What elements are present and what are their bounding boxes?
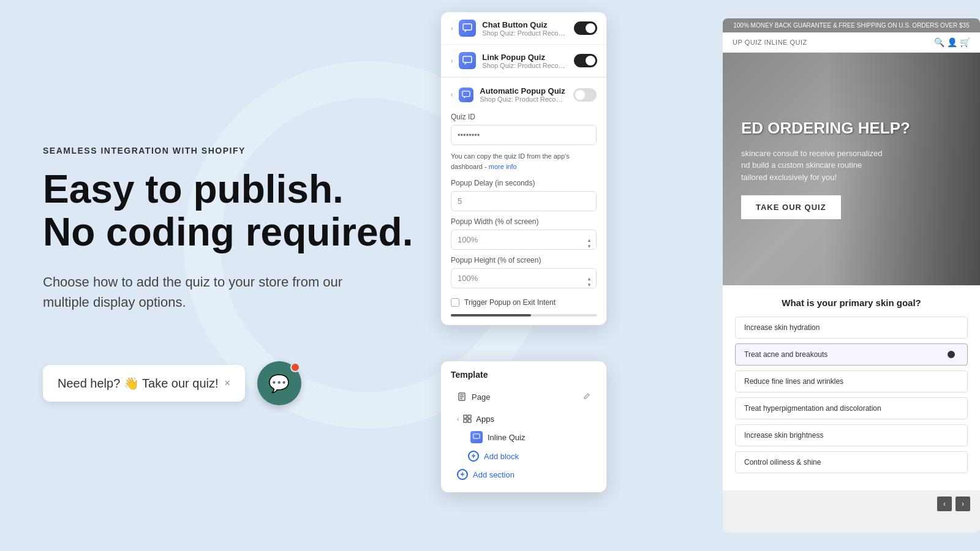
apps-section: ‹ Apps Inline Quiz + Add block [451, 410, 597, 465]
chat-quiz-chevron[interactable]: › [451, 25, 453, 32]
chat-launcher-icon: 💬 [268, 373, 290, 394]
popup-height-input[interactable] [451, 268, 597, 288]
subtitle: SEAMLESS INTEGRATION WITH SHOPIFY [43, 146, 459, 156]
editor-progress-bar [451, 314, 531, 317]
popup-delay-input[interactable] [451, 191, 597, 211]
popup-quiz-sub: Shop Quiz: Product Recom... [480, 96, 565, 103]
chat-quiz-icon [459, 20, 476, 37]
inline-quiz-label: Inline Quiz [488, 433, 525, 442]
page-label: Page [472, 392, 578, 402]
apps-label: Apps [476, 414, 494, 424]
headline: Easy to publish. No coding required. [43, 168, 459, 254]
quiz-option-4[interactable]: Treat hyperpigmentation and discoloratio… [735, 397, 968, 419]
add-section-item[interactable]: + Add section [451, 465, 597, 484]
store-nav-icons: 🔍 👤 🛒 [934, 37, 970, 47]
chat-quiz-toggle[interactable] [574, 21, 597, 35]
page-icon [457, 392, 467, 402]
quiz-option-6[interactable]: Control oiliness & shine [735, 451, 968, 473]
chat-launcher-button[interactable]: 💬 [257, 361, 301, 405]
link-quiz-info: Link Popup Quiz Shop Quiz: Product Recom… [482, 53, 568, 69]
apps-chevron: ‹ [457, 416, 459, 422]
shopify-editor-bottom: Template Page ‹ Apps [441, 361, 606, 492]
left-panel: SEAMLESS INTEGRATION WITH SHOPIFY Easy t… [43, 0, 459, 551]
trigger-checkbox[interactable] [451, 298, 459, 307]
chat-area: Need help? 👋 Take our quiz! × 💬 [43, 361, 459, 405]
store-nav: UP QUIZ INLINE QUIZ [733, 39, 807, 46]
link-quiz-toggle[interactable] [574, 54, 597, 67]
apps-grid-icon [462, 414, 472, 424]
notification-dot [290, 362, 300, 372]
popup-height-stepper[interactable]: ▲ ▼ [587, 276, 592, 287]
inline-quiz-icon [470, 431, 483, 443]
headline-line1: Easy to publish. [43, 167, 344, 211]
add-block-item[interactable]: + Add block [451, 447, 597, 465]
store-preview: 100% MONEY BACK GUARANTEE & FREE SHIPPIN… [723, 18, 980, 533]
prev-arrow[interactable]: ‹ [937, 497, 952, 511]
sidebar-page-item[interactable]: Page [451, 387, 597, 407]
quiz-option-5[interactable]: Increase skin brightness [735, 424, 968, 446]
quiz-question-title: What is your primary skin goal? [735, 298, 968, 308]
popup-height-label: Popup Height (% of screen) [451, 256, 597, 264]
svg-rect-0 [463, 24, 472, 30]
shopify-editor-top: › Chat Button Quiz Shop Quiz: Product Re… [441, 12, 606, 325]
link-quiz-icon [459, 52, 476, 69]
popup-height-up[interactable]: ▲ [587, 276, 592, 281]
popup-width-up[interactable]: ▲ [587, 237, 592, 242]
description: Choose how to add the quiz to your store… [43, 272, 374, 312]
stepper-arrows[interactable]: ▲ ▼ [587, 237, 592, 249]
chat-button-quiz-item: › Chat Button Quiz Shop Quiz: Product Re… [441, 12, 606, 45]
quiz-option-3[interactable]: Reduce fine lines and wrinkles [735, 370, 968, 392]
popup-delay-label: Popup Delay (in seconds) [451, 179, 597, 187]
chat-quiz-name: Chat Button Quiz [482, 20, 568, 29]
store-top-bar: 100% MONEY BACK GUARANTEE & FREE SHIPPIN… [723, 18, 980, 32]
popup-quiz-toggle[interactable] [573, 88, 597, 102]
next-arrow[interactable]: › [956, 497, 970, 511]
chat-bubble-text: Need help? 👋 Take our quiz! [58, 376, 219, 391]
store-quiz-section: What is your primary skin goal? Increase… [723, 285, 980, 490]
popup-quiz-header: ‹ Automatic Popup Quiz Shop Quiz: Produc… [451, 86, 597, 103]
quiz-options-list: Increase skin hydration Treat acne and b… [735, 317, 968, 473]
trigger-checkbox-row: Trigger Popup on Exit Intent [451, 298, 597, 307]
add-block-icon: + [468, 451, 479, 462]
inline-quiz-item[interactable]: Inline Quiz [451, 427, 597, 447]
radio-selected-icon [948, 351, 955, 358]
apps-header[interactable]: ‹ Apps [451, 410, 597, 427]
svg-rect-9 [464, 419, 467, 422]
hero-heading: ED ORDERING HELP? [741, 119, 962, 138]
editor-quiz-list: › Chat Button Quiz Shop Quiz: Product Re… [441, 12, 606, 78]
popup-quiz-info: Automatic Popup Quiz Shop Quiz: Product … [480, 86, 567, 103]
quiz-option-1[interactable]: Increase skin hydration [735, 317, 968, 339]
template-title: Template [451, 370, 488, 380]
more-info-link[interactable]: more info [489, 163, 517, 170]
popup-quiz-section: ‹ Automatic Popup Quiz Shop Quiz: Produc… [441, 78, 606, 325]
popup-quiz-chevron[interactable]: ‹ [451, 91, 453, 98]
quiz-id-label: Quiz ID [451, 113, 597, 121]
add-section-icon: + [457, 469, 468, 480]
add-section-label: Add section [473, 470, 514, 479]
template-header: Template [451, 370, 597, 380]
link-quiz-name: Link Popup Quiz [482, 53, 568, 62]
template-section: Template Page ‹ Apps [441, 361, 606, 492]
page-edit-icon[interactable] [583, 392, 590, 402]
chat-bubble: Need help? 👋 Take our quiz! × [43, 365, 245, 402]
store-nav-arrows: ‹ › [723, 490, 980, 517]
hero-sub: skincare consult to receive personalized… [741, 148, 962, 184]
quiz-option-2[interactable]: Treat acne and breakouts [735, 343, 968, 365]
right-panel: 100% MONEY BACK GUARANTEE & FREE SHIPPIN… [441, 0, 980, 551]
link-quiz-sub: Shop Quiz: Product Recom... [482, 62, 568, 69]
svg-rect-11 [473, 434, 480, 439]
store-cta-button[interactable]: TAKE OUR QUIZ [741, 195, 841, 219]
popup-quiz-icon [459, 88, 473, 102]
hero-text: ED ORDERING HELP? skincare consult to re… [741, 119, 962, 220]
store-hero: ED ORDERING HELP? skincare consult to re… [723, 53, 980, 285]
link-quiz-chevron[interactable]: › [451, 58, 453, 64]
editor-progress-bar-container [451, 314, 597, 317]
quiz-id-hint: You can copy the quiz ID from the app's … [451, 151, 597, 171]
popup-height-down[interactable]: ▼ [587, 282, 592, 287]
add-block-label: Add block [484, 452, 519, 461]
svg-rect-7 [464, 415, 467, 418]
chat-close-icon[interactable]: × [225, 378, 230, 389]
popup-width-down[interactable]: ▼ [587, 243, 592, 249]
quiz-id-input[interactable] [451, 125, 597, 145]
popup-width-input[interactable] [451, 230, 597, 250]
